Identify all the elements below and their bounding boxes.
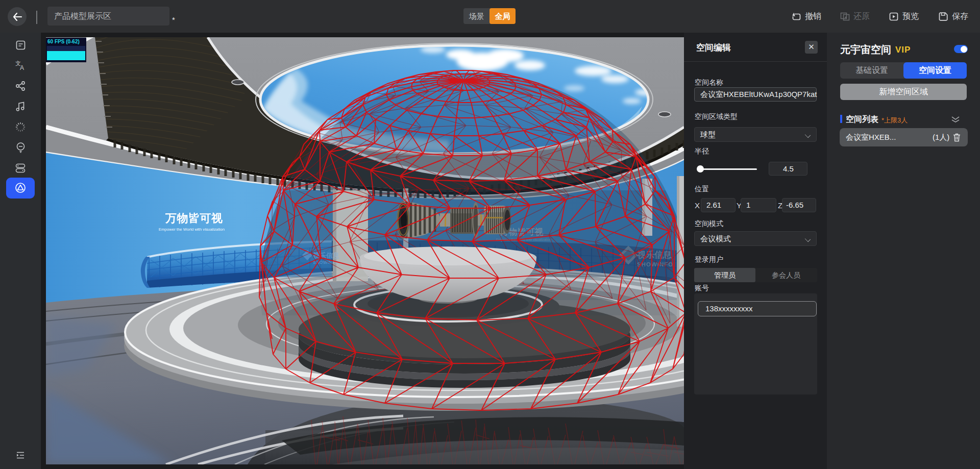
svg-text:万物皆可视: 万物皆可视	[165, 212, 223, 225]
svg-text:A: A	[20, 64, 24, 71]
svg-text:60 FPS (0-62): 60 FPS (0-62)	[47, 39, 80, 44]
svg-text:Empower the World with visuali: Empower the World with visualization	[159, 227, 225, 232]
